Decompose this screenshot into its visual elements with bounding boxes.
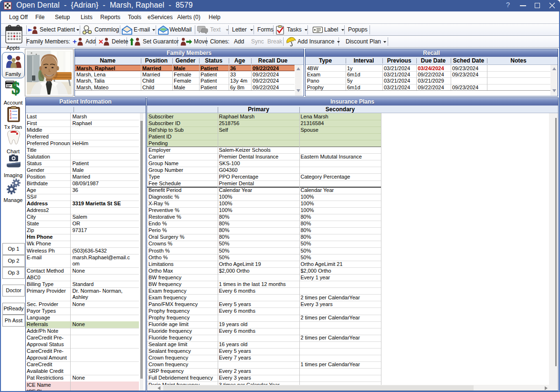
svg-text:$: $ bbox=[11, 81, 20, 96]
svg-text:2: 2 bbox=[10, 113, 12, 116]
svg-text:1: 1 bbox=[10, 109, 12, 113]
svg-text:3: 3 bbox=[10, 116, 12, 119]
